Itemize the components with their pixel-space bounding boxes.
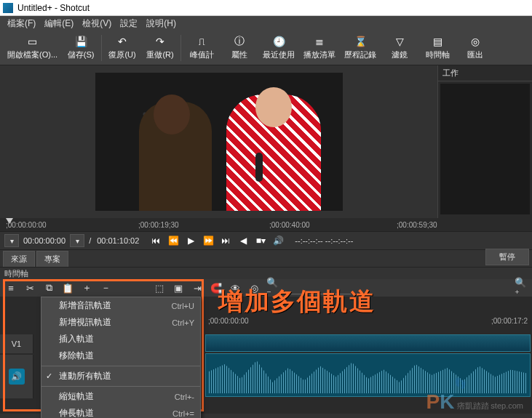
playlist-button[interactable]: ≣ 播放清單 (299, 33, 340, 62)
skip-end-button[interactable]: ⏭ (219, 234, 232, 247)
preview-tabs: 來源 專案 暫停 (0, 250, 532, 268)
folder-open-icon: ▭ (26, 35, 39, 48)
app-icon (3, 3, 13, 13)
menu-view[interactable]: 檢視(V) (78, 17, 116, 30)
properties-button[interactable]: ⓘ 屬性 (221, 33, 258, 62)
append-button[interactable]: ＋ (80, 281, 93, 294)
zoom-in-button[interactable]: 🔍⁺ (515, 281, 528, 294)
watermark-footprints-icon: 👣 (454, 377, 467, 389)
timeline-menu-button[interactable]: ≡ (4, 281, 17, 294)
forward-button[interactable]: ⏩ (202, 234, 215, 247)
jobs-panel-body[interactable] (440, 84, 530, 214)
tab-project[interactable]: 專案 (36, 251, 68, 267)
prev-marker-button[interactable]: ◀ (237, 234, 250, 247)
preview-ruler[interactable]: ;00:00:00:00 ;00:00:19;30 ;00:00:40:00 ;… (0, 218, 532, 231)
funnel-icon: ▽ (393, 35, 406, 48)
cut-button[interactable]: ✂ (23, 281, 36, 294)
timecode-toggle2[interactable]: ▾ (70, 234, 84, 247)
stop-button[interactable]: ■▾ (254, 234, 267, 247)
paste-button[interactable]: 📋 (61, 281, 74, 294)
preview-area: 工作 (0, 65, 532, 218)
peak-label: 峰值計 (190, 49, 214, 60)
redo-icon: ↷ (154, 35, 167, 48)
preview-viewport[interactable] (0, 65, 437, 218)
overwrite-button[interactable]: ▣ (172, 281, 185, 294)
menu-remove-track[interactable]: 移除軌道 (41, 347, 200, 364)
menu-settings[interactable]: 設定 (116, 17, 142, 30)
save-button[interactable]: 💾 儲存(S) (62, 33, 100, 62)
undo-icon: ↶ (116, 35, 129, 48)
watermark: P K 痞凱踏踏 step.com (426, 390, 523, 414)
menu-label: 插入軌道 (59, 333, 94, 345)
menu-label: 連動所有軌道 (59, 370, 111, 382)
menu-help[interactable]: 說明(H) (142, 17, 180, 30)
remove-button[interactable]: － (99, 281, 112, 294)
open-button[interactable]: ▭ 開啟檔案(O)... (3, 33, 62, 62)
window-titlebar: Untitled+ - Shotcut (0, 0, 532, 16)
filters-button[interactable]: ▽ 濾鏡 (381, 33, 418, 62)
waveform (209, 357, 527, 393)
properties-label: 屬性 (231, 49, 247, 60)
menu-edit[interactable]: 編輯(E) (40, 17, 78, 30)
redo-button[interactable]: ↷ 重做(R) (141, 33, 179, 62)
rewind-button[interactable]: ⏪ (167, 234, 180, 247)
total-duration: 00:01:10:02 (95, 236, 140, 245)
recent-button[interactable]: 🕘 最近使用 (258, 33, 299, 62)
playback-controls: ⏮ ⏪ ▶ ⏩ ⏭ ◀ ■▾ 🔊 (149, 234, 285, 247)
undo-button[interactable]: ↶ 復原(U) (103, 33, 141, 62)
save-label: 儲存(S) (68, 49, 95, 60)
history-label: 歷程記錄 (344, 49, 376, 60)
menu-shortcut: Ctrl+Y (172, 318, 194, 327)
menu-label: 伸長軌道 (59, 407, 94, 418)
play-button[interactable]: ▶ (184, 234, 197, 247)
track-header-a1[interactable]: 🔊 (0, 355, 33, 398)
tab-source[interactable]: 來源 (3, 251, 35, 267)
menu-file[interactable]: 檔案(F) (3, 17, 40, 30)
transport-bar: ▾ 00:00:00:00 ▾ / 00:01:10:02 ⏮ ⏪ ▶ ⏩ ⏭ … (0, 231, 532, 250)
menu-shortcut: Ctrl+= (172, 409, 194, 418)
track-context-menu: 新增音訊軌道 Ctrl+U 新增視訊軌道 Ctrl+Y 插入軌道 移除軌道 連動… (41, 297, 201, 418)
peak-button[interactable]: ⎍ 峰值計 (183, 33, 221, 62)
menu-bar: 檔案(F) 編輯(E) 檢視(V) 設定 說明(H) (0, 16, 532, 31)
pause-button[interactable]: 暫停 (485, 249, 529, 265)
split-button[interactable]: ⇥ (191, 281, 204, 294)
window-title: Untitled+ - Shotcut (17, 3, 90, 13)
watermark-sub: 痞凱踏踏 (457, 401, 489, 411)
clock-icon: 🕘 (272, 35, 285, 48)
toolbar-separator (180, 35, 181, 61)
menu-add-audio-track[interactable]: 新增音訊軌道 Ctrl+U (41, 297, 200, 314)
video-clip[interactable] (205, 334, 531, 352)
copy-button[interactable]: ⧉ (42, 281, 55, 294)
menu-link-all-tracks[interactable]: 連動所有軌道 (41, 368, 200, 385)
timecode-toggle[interactable]: ▾ (4, 234, 19, 247)
menu-separator (41, 366, 200, 366)
menu-insert-track[interactable]: 插入軌道 (41, 331, 200, 347)
ruler-tick: ;00:00:40:00 (269, 221, 310, 229)
ruler-tick: ;00:00:19;30 (138, 221, 179, 229)
ruler-tick: ;00:00:00:00 (6, 221, 47, 229)
skip-start-button[interactable]: ⏮ (149, 234, 162, 247)
ruler-tick: ;00:00:17:2 (491, 317, 528, 325)
menu-add-video-track[interactable]: 新增視訊軌道 Ctrl+Y (41, 314, 200, 331)
export-label: 匯出 (467, 49, 483, 60)
menu-lengthen-track[interactable]: 伸長軌道 Ctrl+= (41, 405, 200, 418)
menu-label: 新增視訊軌道 (59, 316, 111, 329)
watermark-domain: step.com (491, 401, 523, 410)
export-button[interactable]: ◎ 匯出 (456, 33, 494, 62)
recent-label: 最近使用 (263, 49, 295, 60)
video-frame (95, 73, 343, 211)
jobs-panel: 工作 (437, 65, 532, 218)
redo-label: 重做(R) (146, 49, 173, 60)
lift-button[interactable]: ⬚ (153, 281, 166, 294)
menu-separator (41, 386, 200, 387)
speaker-icon[interactable]: 🔊 (9, 369, 25, 385)
timeline-button[interactable]: ▤ 時間軸 (418, 33, 456, 62)
volume-button[interactable]: 🔊 (271, 234, 285, 247)
menu-shorten-track[interactable]: 縮短軌道 Ctrl+- (41, 388, 200, 405)
track-header-v1[interactable]: V1 (0, 334, 33, 353)
jobs-panel-title: 工作 (438, 65, 532, 81)
playlist-label: 播放清單 (303, 49, 336, 60)
filters-label: 濾鏡 (392, 49, 408, 60)
timeline-label: 時間軸 (426, 49, 450, 60)
history-button[interactable]: ⌛ 歷程記錄 (340, 33, 381, 62)
